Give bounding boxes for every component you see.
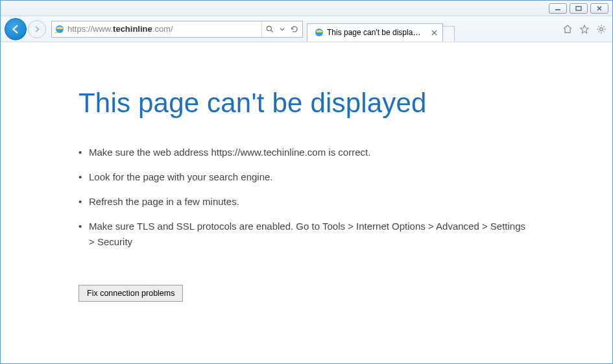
address-bar-controls — [261, 21, 302, 37]
tab-title: This page can't be displayed — [327, 28, 424, 37]
svg-line-18 — [598, 31, 599, 32]
svg-rect-1 — [576, 6, 581, 10]
suggestion-item: Make sure the web address https://www.te… — [78, 145, 533, 160]
forward-button[interactable] — [28, 20, 46, 38]
svg-point-6 — [267, 26, 271, 30]
ie-icon — [54, 24, 65, 34]
refresh-icon[interactable] — [287, 21, 302, 37]
url-tail: .com/ — [152, 24, 173, 34]
page-content: This page can't be displayed Make sure t… — [1, 42, 612, 315]
svg-point-11 — [600, 27, 603, 30]
svg-line-7 — [271, 30, 273, 32]
svg-line-16 — [598, 26, 599, 27]
error-suggestions: Make sure the web address https://www.te… — [78, 145, 535, 250]
back-button[interactable] — [5, 18, 27, 40]
svg-line-17 — [603, 31, 604, 32]
search-icon[interactable] — [262, 21, 278, 37]
suggestion-item: Make sure TLS and SSL protocols are enab… — [78, 219, 533, 250]
ie-icon — [314, 27, 324, 38]
window-close-button[interactable] — [590, 3, 608, 14]
new-tab-button[interactable] — [443, 26, 455, 42]
address-bar[interactable]: https://www.techinline.com/ — [51, 21, 303, 38]
navigation-toolbar: https://www.techinline.com/ This page ca… — [1, 16, 612, 42]
fix-connection-button[interactable]: Fix connection problems — [78, 285, 183, 302]
tab-strip: This page can't be displayed — [307, 19, 455, 39]
toolbar-right — [562, 23, 608, 35]
home-icon[interactable] — [562, 23, 573, 35]
window-maximize-button[interactable] — [570, 3, 588, 14]
url-scheme: https://www. — [67, 24, 113, 34]
tab-close-button[interactable] — [429, 28, 439, 37]
search-dropdown-icon[interactable] — [278, 21, 287, 37]
error-heading: This page can't be displayed — [78, 88, 535, 119]
url-host: techinline — [113, 24, 152, 34]
window-minimize-button[interactable] — [549, 3, 567, 14]
suggestion-item: Refresh the page in a few minutes. — [78, 194, 533, 210]
suggestion-item: Look for the page with your search engin… — [78, 169, 533, 185]
svg-line-19 — [603, 26, 604, 27]
window-titlebar — [1, 1, 612, 16]
tab-active[interactable]: This page can't be displayed — [307, 23, 443, 42]
settings-gear-icon[interactable] — [595, 23, 607, 35]
favorites-icon[interactable] — [579, 23, 590, 35]
